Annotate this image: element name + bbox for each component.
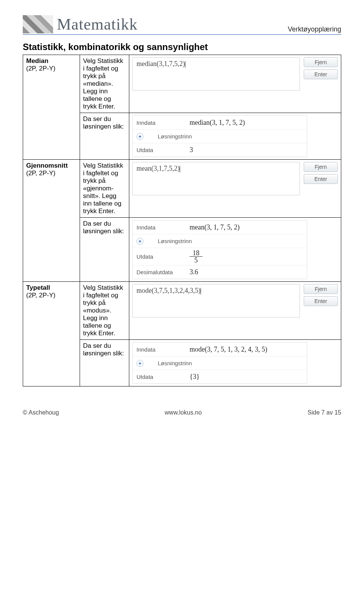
page-title: Statistikk, kombinatorikk og sannsynligh… (23, 42, 341, 52)
page-footer: © Aschehoug www.lokus.no Side 7 av 15 (23, 409, 341, 416)
calc-input[interactable]: median(3,1,7,5,2) (132, 57, 300, 91)
desimal-value: 3.6 (190, 268, 198, 276)
footer-mid: www.lokus.no (165, 409, 202, 416)
row-instruction: Da ser du løsningen slik: (80, 113, 129, 160)
fjern-button[interactable]: Fjern (304, 284, 338, 294)
footer-right: Side 7 av 15 (308, 409, 341, 416)
page-header: Matematikk Verktøyopplæring (23, 15, 341, 35)
losningstrinn-label[interactable]: Løsningstrinn (158, 360, 192, 366)
fjern-button[interactable]: Fjern (304, 57, 338, 67)
inndata-label: Inndata (136, 346, 178, 353)
row-instruction: Velg Statistikk i fagfeltet og trykk på … (80, 160, 129, 218)
utdata-label: Utdata (136, 374, 178, 380)
calc-input-text: mode(3,7,5,1,3,2,4,3,5) (136, 287, 201, 294)
row-name: Gjennomsnitt (26, 162, 77, 170)
row-instruction: Velg Statistikk i fagfeltet og trykk på … (80, 55, 129, 113)
row-name: Typetall (26, 284, 77, 292)
calc-input-text: median(3,1,7,5,2) (136, 60, 185, 68)
expand-icon[interactable]: + (136, 360, 143, 367)
fjern-button[interactable]: Fjern (304, 162, 338, 172)
inndata-label: Inndata (136, 119, 178, 126)
brand-title: Matematikk (57, 15, 138, 33)
inndata-value: mode(3, 7, 5, 1, 3, 2, 4, 3, 5) (190, 346, 267, 353)
brand-logo (23, 15, 53, 33)
solution-grid: Inndata median(3, 1, 7, 5, 2) + Løsnings… (132, 115, 307, 157)
utdata-label: Utdata (136, 147, 178, 153)
inndata-label: Inndata (136, 224, 178, 231)
row-scope: (2P, 2P-Y) (26, 65, 77, 72)
section-label: Verktøyopplæring (288, 25, 341, 33)
losningstrinn-label[interactable]: Løsningstrinn (158, 238, 192, 244)
expand-icon[interactable]: + (136, 133, 143, 140)
row-name: Median (26, 57, 77, 65)
losningstrinn-label[interactable]: Løsningstrinn (158, 133, 192, 140)
enter-button[interactable]: Enter (304, 69, 338, 79)
inndata-value: median(3, 1, 7, 5, 2) (190, 119, 245, 127)
row-instruction: Da ser du løsningen slik: (80, 218, 129, 282)
calc-input[interactable]: mode(3,7,5,1,3,2,4,3,5) (132, 284, 300, 317)
utdata-value: 3 (190, 146, 193, 154)
enter-button[interactable]: Enter (304, 174, 338, 184)
calc-input-text: mean(3,1,7,5,2) (136, 165, 180, 172)
table-row: Median (2P, 2P-Y) Velg Statistikk i fagf… (23, 55, 341, 113)
row-scope: (2P, 2P-Y) (26, 292, 77, 299)
utdata-value: {3} (190, 373, 199, 381)
table-row: Typetall (2P, 2P-Y) Velg Statistikk i fa… (23, 282, 341, 340)
footer-left: © Aschehoug (23, 409, 59, 416)
calc-input[interactable]: mean(3,1,7,5,2) (132, 162, 300, 195)
utdata-label: Utdata (136, 253, 178, 260)
row-instruction: Velg Statistikk i fagfeltet og trykk på … (80, 282, 129, 340)
desimal-label: Desimalutdata (136, 269, 178, 275)
row-scope: (2P, 2P-Y) (26, 170, 77, 177)
row-instruction: Da ser du løsningen slik: (80, 340, 129, 386)
inndata-value: mean(3, 1, 7, 5, 2) (190, 223, 240, 231)
solution-grid: Inndata mode(3, 7, 5, 1, 3, 2, 4, 3, 5) … (132, 342, 307, 384)
content-table: Median (2P, 2P-Y) Velg Statistikk i fagf… (23, 55, 341, 386)
table-row: Gjennomsnitt (2P, 2P-Y) Velg Statistikk … (23, 160, 341, 218)
enter-button[interactable]: Enter (304, 296, 338, 306)
solution-grid: Inndata mean(3, 1, 7, 5, 2) + Løsningstr… (132, 220, 307, 279)
expand-icon[interactable]: + (136, 238, 143, 245)
utdata-value: 18 5 (190, 250, 202, 264)
